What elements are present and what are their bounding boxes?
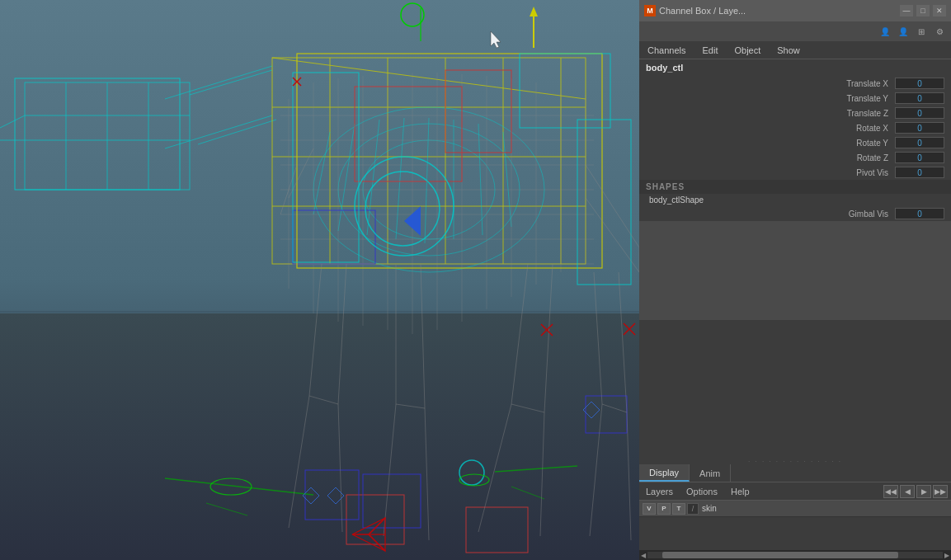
layer-icon-prev[interactable]: ◀ (900, 485, 915, 498)
svg-line-101 (280, 165, 297, 214)
svg-rect-64 (363, 474, 421, 528)
layers-icon-group: ◀◀ ◀ ▶ ▶▶ (883, 485, 948, 498)
scroll-left-arrow[interactable]: ◀ (641, 552, 646, 559)
svg-line-94 (602, 404, 627, 412)
layer-icon-next[interactable]: ▶ (916, 485, 931, 498)
attr-row-rotate-x[interactable]: Rotate X 0 (639, 120, 951, 135)
svg-line-15 (198, 120, 276, 144)
svg-line-76 (511, 487, 544, 499)
svg-line-91 (540, 412, 544, 536)
svg-line-89 (511, 404, 544, 412)
person-icon[interactable]: 👤 (877, 23, 893, 40)
attr-row-translate-x[interactable]: Translate X 0 (639, 76, 951, 91)
svg-line-98 (586, 198, 639, 272)
layer-color-box: / (687, 503, 699, 515)
svg-line-103 (293, 78, 301, 86)
svg-line-73 (165, 478, 313, 495)
svg-line-100 (289, 148, 313, 198)
layers-list: V P T / skin (639, 501, 951, 550)
menu-channels[interactable]: Channels (644, 44, 689, 57)
attr-value-pivot-vis[interactable]: 0 (895, 167, 944, 178)
layer-v-button[interactable]: V (643, 503, 656, 515)
attr-value-rotate-x[interactable]: 0 (895, 122, 944, 134)
attr-row-translate-z[interactable]: Translate Z 0 (639, 106, 951, 120)
svg-marker-116 (583, 402, 600, 418)
person2-icon[interactable]: 👤 (895, 23, 911, 40)
svg-rect-61 (293, 210, 375, 264)
svg-marker-108 (404, 206, 421, 236)
attr-row-rotate-y[interactable]: Rotate Y 0 (639, 135, 951, 150)
svg-line-105 (541, 324, 553, 336)
settings-icon[interactable]: ⚙ (931, 23, 948, 40)
svg-point-119 (365, 172, 440, 246)
menu-show[interactable]: Show (774, 44, 803, 57)
svg-line-79 (309, 396, 338, 404)
attr-row-translate-y[interactable]: Translate Y 0 (639, 91, 951, 106)
scroll-track[interactable] (647, 552, 943, 558)
svg-marker-111 (352, 534, 385, 551)
svg-line-95 (590, 404, 602, 536)
svg-line-93 (619, 272, 627, 412)
object-name: body_ctl (646, 63, 683, 73)
layers-menu-layers[interactable]: Layers (643, 485, 676, 498)
attr-value-rotate-z[interactable]: 0 (895, 152, 944, 163)
menu-edit[interactable]: Edit (699, 44, 721, 57)
svg-line-36 (503, 132, 511, 227)
maximize-button[interactable]: □ (916, 5, 930, 16)
svg-marker-122 (491, 31, 501, 48)
svg-rect-68 (577, 120, 631, 285)
svg-line-35 (478, 124, 483, 235)
svg-line-87 (511, 264, 528, 404)
svg-line-75 (206, 503, 247, 515)
svg-line-31 (367, 120, 379, 235)
attr-label-gimbal-vis: Gimbal Vis (646, 209, 895, 219)
scroll-thumb[interactable] (662, 552, 898, 558)
attr-row-gimbal-vis[interactable]: Gimbal Vis 0 (639, 206, 951, 221)
maya-icon: M (644, 5, 656, 16)
svg-point-28 (363, 140, 495, 239)
viewport-3d[interactable] (0, 0, 639, 560)
bottom-panel: Display Anim Layers Options Help ◀◀ ◀ ▶ … (639, 464, 951, 560)
tab-anim[interactable]: Anim (690, 464, 731, 482)
list-item[interactable]: V P T / skin (639, 501, 951, 517)
svg-line-96 (627, 412, 631, 540)
layers-menu-help[interactable]: Help (727, 485, 753, 498)
attr-row-pivot-vis[interactable]: Pivot Vis 0 (639, 165, 951, 180)
layer-icon-prev-prev[interactable]: ◀◀ (883, 485, 898, 498)
layer-slash-icon: / (692, 505, 694, 513)
layer-p-button[interactable]: P (657, 503, 671, 515)
menu-object[interactable]: Object (731, 44, 764, 57)
attr-value-translate-y[interactable]: 0 (895, 92, 944, 104)
svg-rect-62 (586, 396, 627, 433)
svg-rect-57 (355, 87, 462, 181)
svg-rect-66 (15, 78, 180, 190)
channel-box-menubar: Channels Edit Object Show (639, 41, 951, 59)
minimize-button[interactable]: — (900, 5, 913, 16)
attr-value-translate-x[interactable]: 0 (895, 78, 944, 89)
svg-line-80 (289, 396, 309, 528)
layout-icon[interactable]: ⊞ (913, 23, 930, 40)
svg-line-107 (624, 323, 635, 335)
svg-point-121 (459, 474, 489, 486)
attr-row-rotate-z[interactable]: Rotate Z 0 (639, 150, 951, 165)
svg-point-27 (338, 124, 520, 256)
scroll-right-arrow[interactable]: ▶ (944, 552, 949, 559)
shapes-header: SHAPES (639, 180, 951, 194)
svg-line-30 (338, 124, 355, 231)
layer-icon-next-next[interactable]: ▶▶ (933, 485, 948, 498)
tab-display[interactable]: Display (639, 464, 690, 482)
svg-rect-59 (466, 507, 528, 553)
attr-value-translate-z[interactable]: 0 (895, 107, 944, 119)
attr-value-rotate-y[interactable]: 0 (895, 137, 944, 148)
layers-toolbar: Layers Options Help ◀◀ ◀ ▶ ▶▶ (639, 482, 951, 501)
attr-value-gimbal-vis[interactable]: 0 (895, 208, 944, 219)
close-button[interactable]: ✕ (933, 5, 946, 16)
layer-t-button[interactable]: T (672, 503, 685, 515)
svg-line-92 (594, 272, 602, 404)
attr-label-translate-x: Translate X (646, 79, 895, 88)
horizontal-scrollbar[interactable]: ◀ ▶ (639, 550, 951, 560)
layers-menu-options[interactable]: Options (683, 485, 721, 498)
attr-label-rotate-z: Rotate Z (646, 153, 895, 162)
svg-line-85 (384, 404, 396, 536)
svg-rect-63 (305, 470, 359, 520)
